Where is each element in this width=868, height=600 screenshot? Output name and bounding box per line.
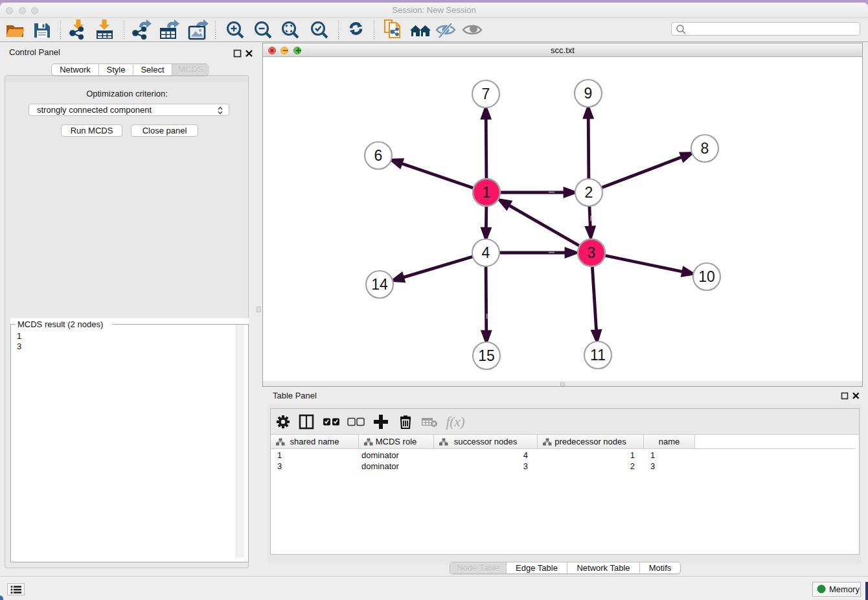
svg-text:4: 4 [482, 244, 490, 261]
svg-text:3: 3 [588, 244, 596, 261]
svg-text:10: 10 [698, 268, 715, 285]
svg-text:2: 2 [585, 184, 593, 201]
svg-text:14: 14 [371, 276, 388, 293]
svg-text:7: 7 [482, 86, 490, 102]
svg-text:Memory: Memory [829, 584, 860, 594]
svg-text:9: 9 [584, 85, 593, 102]
svg-text:f(x): f(x) [446, 414, 464, 430]
svg-text:1: 1 [483, 184, 491, 201]
svg-text:15: 15 [478, 347, 495, 364]
svg-text:8: 8 [701, 140, 709, 157]
svg-text:6: 6 [374, 147, 383, 164]
svg-text:11: 11 [590, 347, 606, 363]
